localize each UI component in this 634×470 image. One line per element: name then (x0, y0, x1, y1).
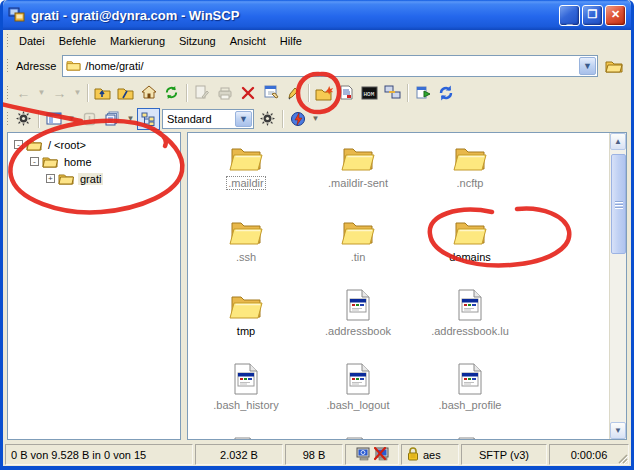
folder-icon (229, 139, 263, 173)
file-label: domains (447, 250, 493, 264)
folder-icon (26, 138, 42, 151)
file-icon (345, 361, 371, 395)
collapse-icon[interactable]: - (30, 157, 39, 166)
tree-item-grati[interactable]: +grati (10, 170, 178, 187)
chevron-down-icon[interactable]: ▼ (235, 111, 252, 127)
file-icon (457, 361, 483, 395)
file-item-ssh[interactable]: .ssh (190, 211, 302, 285)
file-item-tmp[interactable]: tmp (190, 285, 302, 359)
toolbar-grip[interactable] (6, 111, 9, 127)
file-item-addressbook[interactable]: .addressbook (302, 285, 414, 359)
refresh-button[interactable] (160, 82, 183, 104)
console-button[interactable]: HOM (358, 82, 381, 104)
file-item-partial[interactable] (414, 433, 526, 439)
forward-button[interactable]: → (48, 82, 71, 104)
file-item-maildir-sent[interactable]: .maildir-sent (302, 137, 414, 211)
file-icon (345, 435, 371, 439)
toolbar-grip[interactable] (6, 58, 9, 74)
home-directory-button[interactable] (137, 82, 160, 104)
menu-item-markierung[interactable]: Markierung (103, 32, 172, 50)
toolbar-separator (186, 84, 187, 102)
synchronize-button[interactable] (434, 82, 457, 104)
file-item-maildir[interactable]: .maildir (190, 137, 302, 211)
tree-panel[interactable]: -/ <root>-home+grati (7, 132, 181, 440)
window-title: grati - grati@dynra.com - WinSCP (31, 8, 557, 23)
collapse-icon[interactable]: - (14, 140, 23, 149)
file-item-bash-history[interactable]: .bash_history (190, 359, 302, 433)
transfer-settings-dropdown[interactable]: ▼ (309, 108, 322, 130)
menu-items: DateiBefehleMarkierungSitzungAnsichtHilf… (12, 32, 309, 50)
status-connection-icons (345, 444, 399, 465)
menu-item-datei[interactable]: Datei (12, 32, 52, 50)
resize-grip[interactable] (616, 452, 628, 464)
file-icon (233, 435, 259, 439)
session-settings-button[interactable] (256, 108, 279, 130)
forward-dropdown[interactable]: ▼ (71, 82, 84, 104)
file-icon (457, 287, 483, 321)
winscp-app-icon (8, 7, 26, 23)
vertical-scrollbar[interactable]: ▲ ▼ (609, 133, 626, 439)
putty-button[interactable] (381, 82, 404, 104)
panel-layout-button[interactable] (42, 108, 65, 130)
back-button[interactable]: ← (12, 82, 35, 104)
tree-item-home[interactable]: -home (10, 153, 178, 170)
file-item-addressbook-lu[interactable]: .addressbook.lu (414, 285, 526, 359)
folder-icon (453, 213, 487, 247)
tree-item-label: home (62, 156, 94, 168)
chevron-down-icon[interactable]: ▼ (579, 57, 596, 75)
scrollbar-thumb[interactable] (611, 154, 626, 254)
create-directory-button[interactable] (312, 82, 335, 104)
folder-icon (229, 287, 263, 321)
file-label: .maildir-sent (326, 176, 390, 190)
scroll-down-icon[interactable]: ▼ (610, 422, 626, 439)
expand-icon[interactable]: + (46, 174, 55, 183)
filter-button[interactable] (78, 108, 101, 130)
main-area: -/ <root>-home+grati .maildir.maildir-se… (3, 131, 631, 442)
menu-item-ansicht[interactable]: Ansicht (223, 32, 273, 50)
print-button[interactable] (213, 82, 236, 104)
menu-item-befehle[interactable]: Befehle (52, 32, 103, 50)
rename-button[interactable] (190, 82, 213, 104)
session-combo[interactable]: Standard ▼ (162, 109, 254, 129)
properties-button[interactable] (259, 82, 282, 104)
copy-session-dropdown[interactable]: ▼ (124, 108, 137, 130)
menu-item-sitzung[interactable]: Sitzung (172, 32, 223, 50)
file-item-partial[interactable] (302, 433, 414, 439)
scroll-up-icon[interactable]: ▲ (610, 133, 626, 150)
close-button[interactable]: ✕ (605, 5, 626, 26)
parent-directory-button[interactable] (91, 82, 114, 104)
file-grid[interactable]: .maildir.maildir-sent.ncftp.ssh.tindomai… (188, 133, 609, 439)
tree-item-root[interactable]: -/ <root> (10, 136, 178, 153)
tree-view-toggle[interactable] (137, 108, 160, 130)
copy-button[interactable] (411, 82, 434, 104)
delete-button[interactable] (236, 82, 259, 104)
transfer-settings-button[interactable] (286, 108, 309, 130)
preferences-button[interactable] (12, 108, 35, 130)
menu-item-hilfe[interactable]: Hilfe (273, 32, 309, 50)
folder-icon (66, 57, 81, 75)
lock-icon (407, 447, 419, 463)
toolbar-grip[interactable] (6, 85, 9, 101)
file-info-button[interactable] (335, 82, 358, 104)
file-item-domains[interactable]: domains (414, 211, 526, 285)
status-left-size: 2.032 B (195, 444, 283, 465)
toolbar-grip[interactable] (6, 33, 9, 49)
file-label: tmp (235, 324, 257, 338)
copy-session-button[interactable] (101, 108, 124, 130)
file-item-ncftp[interactable]: .ncftp (414, 137, 526, 211)
root-directory-button[interactable] (114, 82, 137, 104)
custom-command-button[interactable] (282, 82, 305, 104)
back-dropdown[interactable]: ▼ (35, 82, 48, 104)
file-item-tin[interactable]: .tin (302, 211, 414, 285)
address-combo[interactable]: /home/grati/ ▼ (62, 55, 598, 77)
file-item-bash-logout[interactable]: .bash_logout (302, 359, 414, 433)
open-directory-button[interactable] (601, 54, 627, 78)
file-item-partial[interactable] (190, 433, 302, 439)
maximize-button[interactable]: ❐ (582, 5, 603, 26)
main-toolbar: ← ▼ → ▼ (3, 79, 631, 106)
console-icon-text: HOM (364, 90, 375, 97)
file-label: .tin (349, 250, 368, 264)
file-item-bash-profile[interactable]: .bash_profile (414, 359, 526, 433)
minimize-button[interactable]: _ (559, 5, 580, 26)
panel-layout-dropdown[interactable]: ▼ (65, 108, 78, 130)
